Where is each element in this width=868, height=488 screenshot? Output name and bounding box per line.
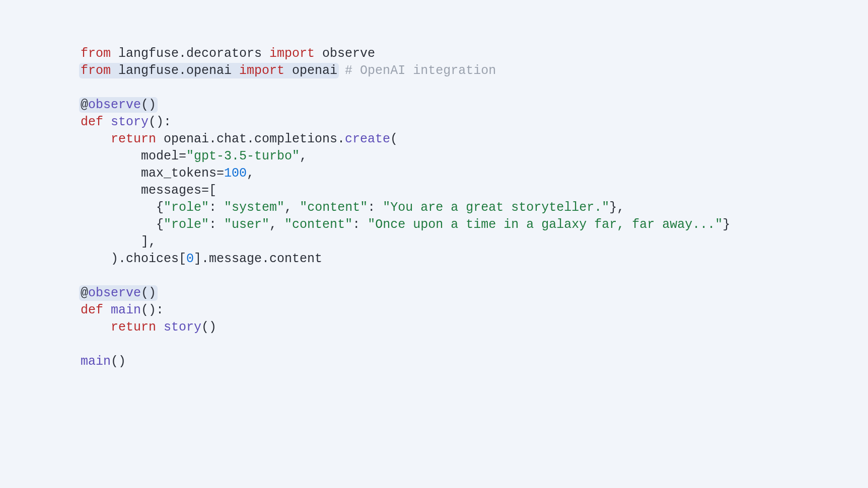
method-create: create: [345, 132, 390, 146]
number-value: 100: [224, 166, 247, 181]
brace-close: }: [722, 217, 730, 232]
comma: ,: [269, 217, 284, 232]
parens: ():: [149, 115, 171, 129]
code-line-16: def main():: [81, 303, 164, 317]
import-name: observe: [315, 46, 375, 61]
indent: [81, 200, 156, 215]
keyword-from: from: [81, 63, 111, 78]
kwarg-messages: messages=[: [141, 183, 216, 198]
decorator-parens: (): [141, 286, 156, 300]
decorator-name: observe: [88, 286, 141, 300]
indent: [81, 183, 141, 198]
brace-open: {: [156, 217, 164, 232]
code-line-4: @observe(): [81, 98, 156, 112]
highlighted-import: from langfuse.openai import openai: [79, 63, 339, 78]
code-line-9: messages=[: [81, 183, 216, 198]
expr: ].message.content: [194, 252, 322, 266]
kwarg-key: model=: [141, 149, 186, 164]
dict-key: "role": [164, 217, 209, 232]
indent: [81, 149, 141, 164]
code-line-17: return story(): [81, 320, 216, 335]
colon: :: [368, 200, 383, 215]
code-line-13: ).choices[0].message.content: [81, 252, 322, 266]
function-name: story: [111, 115, 149, 129]
number-value: 0: [186, 252, 194, 266]
colon: :: [209, 200, 224, 215]
indent: [81, 234, 141, 249]
expr: ).choices[: [111, 252, 186, 266]
dict-val: "Once upon a time in a galaxy far, far a…: [368, 217, 722, 232]
module-path: langfuse.openai: [111, 63, 239, 78]
kwarg-key: max_tokens=: [141, 166, 224, 181]
indent: [81, 320, 111, 335]
dict-key: "content": [300, 200, 368, 215]
keyword-def: def: [81, 303, 103, 317]
code-line-15: @observe(): [81, 286, 156, 300]
indent: [81, 252, 111, 266]
code-line-5: def story():: [81, 115, 171, 129]
call-name: main: [81, 354, 111, 369]
indent: [81, 217, 156, 232]
comment: # OpenAI integration: [337, 63, 496, 78]
comma: ,: [300, 149, 307, 164]
indent: [81, 166, 141, 181]
brace-close: },: [609, 200, 624, 215]
space: [156, 320, 164, 335]
colon: :: [209, 217, 224, 232]
string-value: "gpt-3.5-turbo": [186, 149, 300, 164]
code-line-7: model="gpt-3.5-turbo",: [81, 149, 307, 164]
keyword-return: return: [111, 132, 156, 146]
decorator-name: observe: [88, 98, 141, 112]
open-paren: (: [390, 132, 398, 146]
decorator-at: @: [81, 98, 88, 112]
keyword-import: import: [239, 63, 284, 78]
code-line-8: max_tokens=100,: [81, 166, 254, 181]
comma: ,: [284, 200, 300, 215]
code-line-12: ],: [81, 234, 156, 249]
keyword-import: import: [269, 46, 315, 61]
dict-val: "user": [224, 217, 269, 232]
keyword-def: def: [81, 115, 103, 129]
dict-key: "content": [284, 217, 352, 232]
code-line-11: {"role": "user", "content": "Once upon a…: [81, 217, 730, 232]
keyword-return: return: [111, 320, 156, 335]
dict-val: "system": [224, 200, 284, 215]
brace-open: {: [156, 200, 164, 215]
dict-key: "role": [164, 200, 209, 215]
indent: [81, 132, 111, 146]
code-line-1: from langfuse.decorators import observe: [81, 46, 375, 61]
parens: (): [201, 320, 216, 335]
parens: ():: [141, 303, 164, 317]
decorator-observe: @observe(): [79, 97, 158, 113]
code-block: from langfuse.decorators import observe …: [0, 0, 868, 416]
space: [103, 115, 111, 129]
bracket-close: ],: [141, 234, 156, 249]
decorator-observe: @observe(): [79, 285, 158, 301]
decorator-parens: (): [141, 98, 156, 112]
code-line-10: {"role": "system", "content": "You are a…: [81, 200, 624, 215]
space: [103, 303, 111, 317]
module-path: langfuse.decorators: [111, 46, 269, 61]
code-line-6: return openai.chat.completions.create(: [81, 132, 398, 146]
parens: (): [111, 354, 126, 369]
code-line-19: main(): [81, 354, 126, 369]
decorator-at: @: [81, 286, 88, 300]
code-line-2: from langfuse.openai import openai # Ope…: [81, 63, 496, 78]
expr: openai.chat.completions.: [156, 132, 345, 146]
function-name: main: [111, 303, 141, 317]
call-name: story: [164, 320, 201, 335]
dict-val: "You are a great storyteller.": [383, 200, 609, 215]
import-name: openai: [284, 63, 337, 78]
colon: :: [352, 217, 368, 232]
keyword-from: from: [81, 46, 111, 61]
comma: ,: [247, 166, 254, 181]
